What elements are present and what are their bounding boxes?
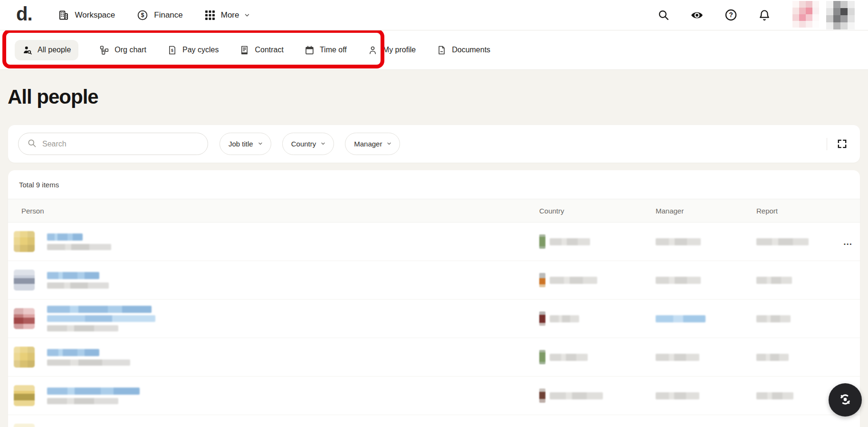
tab-org-chart[interactable]: Org chart bbox=[99, 45, 146, 55]
table-row[interactable] bbox=[8, 377, 860, 415]
country-cell bbox=[539, 350, 656, 364]
person-subtitle-redacted bbox=[47, 398, 118, 404]
manager-cell bbox=[656, 238, 756, 245]
person-avatar-redacted bbox=[14, 347, 35, 368]
nav-finance[interactable]: $ Finance bbox=[137, 10, 182, 21]
svg-text:$: $ bbox=[141, 12, 144, 19]
subnav-tabs: All people Org chart $ Pay cycles bbox=[15, 40, 490, 60]
assistant-fab[interactable] bbox=[829, 383, 862, 417]
table-row[interactable] bbox=[8, 261, 860, 300]
column-header-manager: Manager bbox=[656, 207, 756, 215]
search-icon bbox=[27, 138, 37, 150]
tab-label: My profile bbox=[383, 46, 416, 54]
bell-icon[interactable] bbox=[758, 9, 771, 21]
main-content: All people Job title Country bbox=[0, 70, 868, 427]
manager-filter[interactable]: Manager bbox=[345, 133, 400, 155]
avatar[interactable] bbox=[792, 1, 819, 28]
table-row[interactable] bbox=[8, 415, 860, 427]
tab-all-people[interactable]: All people bbox=[15, 40, 78, 60]
search-input-wrapper[interactable] bbox=[18, 133, 208, 155]
dollar-circle-icon: $ bbox=[137, 10, 148, 21]
report-text-redacted bbox=[756, 354, 789, 361]
tab-contract[interactable]: Contract bbox=[239, 45, 283, 55]
topnav: Workspace $ Finance More bbox=[58, 10, 251, 21]
country-text-redacted bbox=[550, 315, 579, 322]
nav-workspace[interactable]: Workspace bbox=[58, 10, 115, 21]
manager-cell bbox=[656, 354, 756, 361]
country-cell bbox=[539, 388, 656, 403]
search-icon[interactable] bbox=[658, 9, 669, 21]
chevron-down-icon bbox=[386, 140, 392, 148]
person-name-redacted[interactable] bbox=[47, 233, 83, 241]
person-name-redacted[interactable] bbox=[47, 272, 99, 279]
person-avatar-redacted bbox=[14, 308, 35, 329]
person-search-icon bbox=[22, 45, 32, 55]
manager-cell bbox=[656, 392, 756, 399]
country-flag-redacted bbox=[539, 234, 545, 249]
chevron-down-icon bbox=[244, 12, 250, 19]
country-text-redacted bbox=[550, 392, 603, 399]
country-cell bbox=[539, 311, 656, 326]
tab-label: Contract bbox=[255, 46, 283, 54]
person-cell bbox=[14, 306, 539, 331]
filter-bar: Job title Country Manager bbox=[8, 125, 860, 163]
job-title-filter[interactable]: Job title bbox=[219, 133, 271, 155]
tab-pay-cycles[interactable]: $ Pay cycles bbox=[167, 45, 219, 55]
manager-cell bbox=[656, 277, 756, 284]
org-chart-icon bbox=[99, 45, 109, 55]
eye-icon[interactable] bbox=[690, 9, 704, 22]
tab-label: Time off bbox=[320, 46, 347, 54]
contract-icon bbox=[239, 45, 249, 55]
nav-finance-label: Finance bbox=[154, 10, 182, 20]
country-flag-redacted bbox=[539, 311, 545, 326]
country-text-redacted bbox=[550, 354, 588, 361]
report-text-redacted bbox=[756, 277, 792, 284]
country-cell bbox=[539, 273, 656, 287]
row-menu-icon[interactable]: ... bbox=[843, 237, 852, 246]
person-cell bbox=[14, 424, 539, 427]
table-row[interactable] bbox=[8, 338, 860, 377]
tab-my-profile[interactable]: My profile bbox=[368, 45, 416, 55]
country-flag-redacted bbox=[539, 350, 545, 364]
country-flag-redacted bbox=[539, 273, 545, 287]
country-cell bbox=[539, 234, 656, 249]
table-header: Person Country Manager Report bbox=[8, 199, 860, 223]
fullscreen-icon[interactable] bbox=[837, 138, 848, 149]
tab-label: All people bbox=[38, 46, 71, 54]
manager-text-redacted bbox=[656, 315, 706, 322]
nav-more[interactable]: More bbox=[205, 10, 251, 20]
invoice-icon: $ bbox=[167, 45, 177, 55]
country-text-redacted bbox=[550, 238, 590, 245]
person-name-redacted[interactable] bbox=[47, 388, 140, 395]
report-cell bbox=[756, 354, 860, 361]
report-text-redacted bbox=[756, 238, 809, 245]
tab-time-off[interactable]: Time off bbox=[305, 45, 347, 55]
person-subtitle-redacted bbox=[47, 325, 118, 331]
table-body: ... bbox=[8, 223, 860, 427]
report-text-redacted bbox=[756, 315, 791, 322]
manager-cell bbox=[656, 315, 756, 322]
person-name-redacted[interactable] bbox=[47, 306, 152, 313]
person-cell bbox=[14, 347, 539, 368]
document-icon bbox=[437, 45, 447, 55]
search-input[interactable] bbox=[42, 140, 200, 148]
person-subtitle-redacted bbox=[47, 244, 111, 250]
deel-logo[interactable]: d. bbox=[16, 4, 32, 23]
person-name-redacted[interactable] bbox=[47, 349, 99, 356]
svg-text:?: ? bbox=[729, 11, 733, 19]
manager-text-redacted bbox=[656, 238, 701, 245]
assistant-swirl-icon bbox=[837, 391, 853, 409]
apps-grid-icon bbox=[205, 10, 215, 20]
person-name-redacted[interactable] bbox=[47, 315, 155, 322]
help-icon[interactable]: ? bbox=[725, 9, 737, 21]
manager-text-redacted bbox=[656, 392, 699, 399]
country-filter[interactable]: Country bbox=[282, 133, 334, 155]
avatar[interactable] bbox=[826, 1, 855, 29]
person-cell bbox=[14, 231, 539, 252]
country-text-redacted bbox=[550, 277, 597, 284]
person-subtitle-redacted bbox=[47, 282, 109, 289]
nav-workspace-label: Workspace bbox=[75, 10, 115, 20]
tab-documents[interactable]: Documents bbox=[437, 45, 490, 55]
table-row[interactable]: ... bbox=[8, 223, 860, 261]
table-row[interactable] bbox=[8, 300, 860, 338]
